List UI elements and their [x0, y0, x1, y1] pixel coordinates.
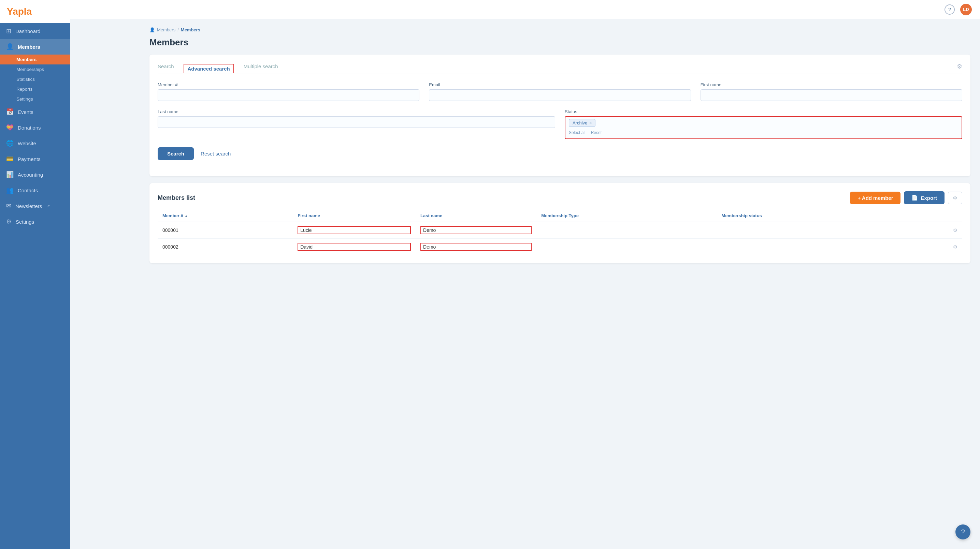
- reset-action[interactable]: Reset: [591, 130, 601, 135]
- select-all-action[interactable]: Select all: [569, 130, 585, 135]
- sidebar-item-members[interactable]: 👤 Members: [0, 39, 70, 55]
- status-actions: Select all Reset: [569, 129, 958, 136]
- export-label: Export: [921, 195, 937, 201]
- sidebar-item-settings[interactable]: ⚙ Settings: [0, 214, 70, 230]
- status-tag-archive: Archive ×: [569, 119, 595, 127]
- sidebar-label-payments: Payments: [18, 156, 41, 162]
- sidebar-sub-settings[interactable]: Settings: [16, 94, 70, 104]
- sidebar-label-members: Members: [18, 44, 40, 50]
- sidebar-label-dashboard: Dashboard: [15, 28, 40, 34]
- tab-advanced-search[interactable]: Advanced search: [184, 64, 234, 73]
- external-link-icon: ↗: [47, 204, 50, 208]
- sidebar-item-accounting[interactable]: 📊 Accounting: [0, 167, 70, 182]
- tab-gear-icon[interactable]: ⚙: [957, 63, 962, 74]
- sidebar-label-newsletters: Newsletters: [15, 203, 42, 209]
- form-row-2: Last name Status Archive × Select all Re…: [158, 109, 962, 139]
- sidebar-sub-memberships[interactable]: Memberships: [16, 65, 70, 75]
- list-gear-icon: ⚙: [953, 195, 957, 200]
- help-button[interactable]: ?: [945, 5, 955, 15]
- first-name-group: First name: [700, 82, 962, 101]
- sidebar-sub-statistics[interactable]: Statistics: [16, 75, 70, 84]
- email-input[interactable]: [429, 89, 690, 101]
- first-name-input[interactable]: [700, 89, 962, 101]
- cell-gear-1[interactable]: ⚙: [909, 222, 962, 239]
- status-dropdown[interactable]: Archive × Select all Reset: [565, 116, 962, 139]
- tab-multiple-search[interactable]: Multiple search: [243, 63, 278, 73]
- breadcrumb: 👤 Members / Members: [150, 27, 970, 32]
- help-fab-button[interactable]: ?: [955, 524, 970, 539]
- search-tabs: Search Advanced search Multiple search ⚙: [158, 63, 962, 74]
- sidebar-item-events[interactable]: 📅 Events: [0, 104, 70, 120]
- members-list-title: Members list: [158, 194, 195, 202]
- accounting-icon: 📊: [6, 171, 14, 178]
- sidebar: Yapla ⊞ Dashboard 👤 Members Members Memb…: [0, 0, 70, 549]
- newsletters-icon: ✉: [6, 202, 11, 210]
- first-name-label: First name: [700, 82, 962, 87]
- breadcrumb-separator: /: [177, 27, 179, 32]
- sidebar-sub-members[interactable]: Members: [0, 55, 70, 65]
- tab-search[interactable]: Search: [158, 63, 174, 73]
- sort-icon: ▲: [184, 214, 188, 218]
- status-tag-label: Archive: [573, 121, 587, 125]
- status-group: Status Archive × Select all Reset: [565, 109, 962, 139]
- last-name-group: Last name: [158, 109, 555, 139]
- dashboard-icon: ⊞: [6, 27, 11, 35]
- breadcrumb-parent[interactable]: Members: [157, 27, 175, 32]
- sidebar-label-accounting: Accounting: [18, 172, 43, 178]
- members-list-header: Members list + Add member 📄 Export ⚙: [158, 191, 962, 204]
- sidebar-label-donations: Donations: [18, 125, 41, 131]
- main-content: 👤 Members / Members Members Search Advan…: [140, 19, 980, 549]
- page-title: Members: [150, 37, 970, 48]
- member-num-label: Member #: [158, 82, 419, 87]
- app-logo: Yapla: [0, 0, 70, 23]
- status-tag-remove[interactable]: ×: [589, 121, 592, 125]
- col-member-num[interactable]: Member # ▲: [158, 210, 293, 222]
- sidebar-item-newsletters[interactable]: ✉ Newsletters ↗: [0, 198, 70, 214]
- table-header-row: Member # ▲ First name Last name Membersh…: [158, 210, 962, 222]
- export-button[interactable]: 📄 Export: [904, 191, 945, 204]
- col-actions: [909, 210, 962, 222]
- payments-icon: 💳: [6, 155, 14, 163]
- status-label: Status: [565, 109, 962, 114]
- col-membership-status[interactable]: Membership status: [717, 210, 908, 222]
- cell-membership-status-1: [717, 222, 908, 239]
- sidebar-item-contacts[interactable]: 👥 Contacts: [0, 182, 70, 198]
- col-first-name[interactable]: First name: [293, 210, 415, 222]
- search-actions: Search Reset search: [158, 147, 962, 160]
- list-settings-button[interactable]: ⚙: [948, 192, 962, 204]
- member-num-group: Member #: [158, 82, 419, 101]
- sidebar-item-donations[interactable]: 💝 Donations: [0, 120, 70, 135]
- search-button[interactable]: Search: [158, 147, 194, 160]
- sidebar-item-payments[interactable]: 💳 Payments: [0, 151, 70, 167]
- cell-membership-type-1: [536, 222, 717, 239]
- sidebar-item-dashboard[interactable]: ⊞ Dashboard: [0, 23, 70, 39]
- cell-member-num-2: 000002: [158, 239, 293, 255]
- cell-last-name-2: Demo: [415, 239, 536, 255]
- export-icon: 📄: [912, 195, 918, 201]
- status-tags: Archive ×: [569, 119, 958, 127]
- sidebar-label-events: Events: [18, 109, 33, 115]
- members-icon: 👤: [6, 43, 14, 51]
- sidebar-label-contacts: Contacts: [18, 187, 38, 194]
- sidebar-item-website[interactable]: 🌐 Website: [0, 135, 70, 151]
- col-membership-type[interactable]: Membership Type: [536, 210, 717, 222]
- members-submenu: Members Memberships Statistics Reports S…: [0, 55, 70, 104]
- last-name-input[interactable]: [158, 116, 555, 128]
- cell-member-num-1: 000001: [158, 222, 293, 239]
- add-member-button[interactable]: + Add member: [850, 192, 900, 204]
- sidebar-label-settings: Settings: [16, 219, 34, 225]
- list-actions: + Add member 📄 Export ⚙: [850, 191, 962, 204]
- sidebar-sub-reports[interactable]: Reports: [16, 84, 70, 94]
- email-label: Email: [429, 82, 690, 87]
- col-last-name[interactable]: Last name: [415, 210, 536, 222]
- user-avatar[interactable]: LD: [960, 4, 972, 15]
- topbar: ? LD: [70, 0, 980, 19]
- cell-membership-type-2: [536, 239, 717, 255]
- contacts-icon: 👥: [6, 187, 14, 194]
- reset-search-button[interactable]: Reset search: [197, 147, 235, 160]
- form-row-1: Member # Email First name: [158, 82, 962, 101]
- cell-gear-2[interactable]: ⚙: [909, 239, 962, 255]
- donations-icon: 💝: [6, 124, 14, 131]
- member-num-input[interactable]: [158, 89, 419, 101]
- cell-first-name-2: David: [293, 239, 415, 255]
